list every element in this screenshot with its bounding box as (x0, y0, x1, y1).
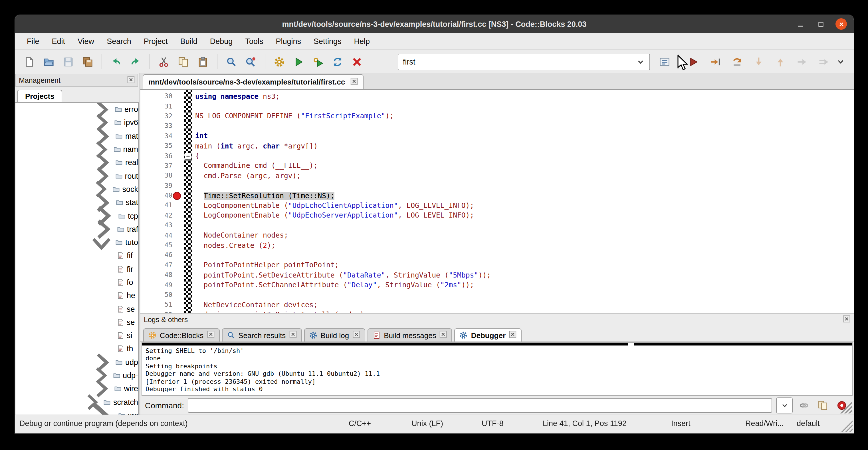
copy-log-button[interactable] (815, 398, 830, 413)
code-line-38[interactable]: 38 cmd.Parse (argc, argv); (141, 171, 854, 181)
close-log-tab-button[interactable] (289, 331, 297, 340)
tab-projects[interactable]: Projects (17, 90, 62, 102)
code-line-46[interactable]: 46 (141, 250, 854, 261)
tree-item-stat[interactable]: stat (16, 196, 138, 209)
log-tab-code-blocks[interactable]: Code::Blocks (143, 328, 219, 341)
menu-tools[interactable]: Tools (239, 34, 269, 48)
cut-button[interactable] (155, 53, 173, 70)
command-input[interactable] (188, 398, 772, 413)
tree-item-tuto[interactable]: tuto (16, 236, 138, 249)
line-number[interactable]: 38 (141, 172, 172, 180)
debugger-log[interactable]: Setting SHELL to '/bin/sh'doneSetting br… (142, 342, 852, 396)
line-number[interactable]: 33 (141, 122, 172, 130)
tree-item-src[interactable]: src (16, 409, 138, 415)
next-instruction-button[interactable] (793, 53, 812, 70)
minimize-button[interactable] (795, 18, 806, 30)
line-number[interactable]: 47 (141, 262, 172, 269)
menu-help[interactable]: Help (348, 34, 376, 48)
menu-view[interactable]: View (71, 34, 100, 48)
step-into-button[interactable] (750, 53, 768, 70)
tree-item-se[interactable]: se (16, 316, 138, 329)
save-button[interactable] (59, 53, 77, 70)
code-line-39[interactable]: 39 (141, 181, 854, 191)
new-file-button[interactable] (21, 53, 38, 70)
line-number[interactable]: 46 (141, 251, 172, 259)
tree-item-si[interactable]: si (16, 329, 138, 342)
toolbar-overflow-button[interactable] (834, 54, 848, 69)
code-line-49[interactable]: 49 pointToPoint.SetChannelAttribute ("De… (141, 280, 854, 290)
step-out-button[interactable] (771, 53, 790, 70)
code-line-47[interactable]: 47 PointToPointHelper pointToPoint; (141, 260, 854, 270)
build-and-run-button[interactable] (309, 53, 327, 70)
copy-button[interactable] (175, 53, 192, 70)
line-number[interactable]: 40 (141, 192, 172, 199)
maximize-button[interactable] (815, 18, 826, 30)
close-log-tab-button[interactable] (352, 331, 360, 340)
close-log-tab-button[interactable] (440, 331, 447, 340)
line-number[interactable]: 41 (141, 202, 172, 209)
menu-plugins[interactable]: Plugins (269, 34, 307, 48)
line-number[interactable]: 37 (141, 162, 172, 170)
find-in-files-button[interactable] (242, 53, 260, 70)
attach-button[interactable] (797, 398, 811, 413)
menu-build[interactable]: Build (174, 34, 204, 48)
tree-item-fif[interactable]: fif (16, 249, 138, 263)
tree-item-rout[interactable]: rout (16, 169, 138, 183)
line-number[interactable]: 42 (141, 212, 172, 219)
menu-settings[interactable]: Settings (307, 34, 348, 48)
line-number[interactable]: 43 (141, 222, 172, 229)
code-line-44[interactable]: 44 NodeContainer nodes; (141, 231, 854, 240)
select-target-button[interactable] (656, 53, 674, 70)
code-line-48[interactable]: 48 pointToPoint.SetDeviceAttribute ("Dat… (141, 270, 854, 280)
find-button[interactable] (223, 53, 240, 70)
menu-search[interactable]: Search (100, 34, 137, 48)
code-line-36[interactable]: 36{ (141, 151, 854, 161)
tree-item-traf[interactable]: traf (16, 222, 138, 236)
code-line-37[interactable]: 37 CommandLine cmd (__FILE__); (141, 161, 854, 171)
code-editor[interactable]: 30using namespace ns3;3132NS_LOG_COMPONE… (141, 90, 854, 313)
code-line-41[interactable]: 41 LogComponentEnable ("UdpEchoClientApp… (141, 201, 854, 211)
save-all-button[interactable] (79, 53, 96, 70)
line-number[interactable]: 36 (141, 152, 172, 160)
line-number[interactable]: 44 (141, 232, 172, 239)
run-to-cursor-button[interactable] (706, 53, 725, 70)
close-logs-button[interactable] (843, 315, 850, 324)
menu-file[interactable]: File (21, 34, 45, 48)
open-file-button[interactable] (40, 53, 58, 70)
tree-item-mat[interactable]: mat (16, 129, 138, 143)
window-resize-grip[interactable] (841, 420, 852, 432)
tree-item-fir[interactable]: fir (16, 262, 138, 276)
code-line-52[interactable]: 52 devices = pointToPoint.Install (nodes… (141, 310, 854, 313)
code-line-35[interactable]: 35main (int argc, char *argv[]) (141, 141, 854, 151)
run-button[interactable] (290, 53, 308, 70)
next-line-button[interactable] (728, 53, 747, 70)
log-tab-build-messages[interactable]: Build messages (367, 328, 452, 341)
code-line-40[interactable]: 40 Time::SetResolution (Time::NS); (141, 191, 854, 201)
line-number[interactable]: 45 (141, 242, 172, 249)
redo-button[interactable] (127, 53, 144, 70)
log-tab-search-results[interactable]: Search results (222, 328, 302, 341)
tree-item-tcp[interactable]: tcp (16, 209, 138, 223)
code-line-45[interactable]: 45 nodes.Create (2); (141, 240, 854, 250)
tree-item-udp[interactable]: udp (16, 356, 138, 369)
code-line-31[interactable]: 31 (141, 101, 854, 111)
project-tree[interactable]: erroipv6matnamrealroutsockstattcptraftut… (15, 102, 139, 415)
line-number[interactable]: 35 (141, 142, 172, 150)
log-tab-debugger[interactable]: Debugger (455, 328, 522, 341)
line-number[interactable]: 49 (141, 281, 172, 289)
command-history-dropdown[interactable] (776, 397, 793, 414)
code-line-43[interactable]: 43 (141, 220, 854, 231)
line-number[interactable]: 39 (141, 182, 172, 189)
build-target-combo[interactable]: first (398, 53, 650, 70)
rebuild-button[interactable] (329, 53, 346, 70)
line-number[interactable]: 31 (141, 102, 172, 110)
menu-project[interactable]: Project (137, 34, 174, 48)
close-editor-tab-button[interactable] (350, 78, 358, 87)
line-number[interactable]: 51 (141, 301, 172, 309)
tree-item-he[interactable]: he (16, 289, 138, 302)
close-management-button[interactable] (127, 76, 135, 85)
line-number[interactable]: 30 (141, 92, 172, 100)
code-line-30[interactable]: 30using namespace ns3; (141, 91, 854, 101)
line-number[interactable]: 50 (141, 291, 172, 299)
menu-edit[interactable]: Edit (45, 34, 72, 48)
